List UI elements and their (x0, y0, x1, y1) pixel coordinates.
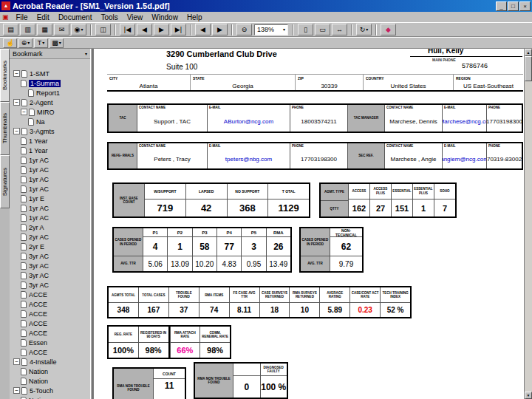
menu-tools[interactable]: Tools (96, 13, 122, 21)
bookmark-item[interactable]: ACCE (11, 290, 90, 299)
bookmark-item[interactable]: Nation (11, 376, 90, 386)
bookmark-item[interactable]: Nation (11, 395, 90, 399)
bookmark-item[interactable]: 1 Year (11, 146, 90, 155)
bookmark-item[interactable]: 3yr AC (11, 280, 90, 290)
fit-in-window-button[interactable]: ▭ (315, 24, 330, 35)
panel-menu-icon[interactable]: ▾ (85, 52, 87, 56)
close-button[interactable]: × (519, 1, 531, 11)
bookmark-label: 1yr AC (29, 157, 49, 164)
bookmark-item[interactable]: 2yr E (11, 242, 90, 251)
bookmark-item[interactable]: −1-SMT (11, 69, 90, 78)
bookmark-item[interactable]: ACCE (11, 347, 90, 357)
actual-size-button[interactable]: ▯ (298, 24, 313, 35)
zoom-out-button[interactable]: ⊖ (236, 24, 252, 35)
menu-document[interactable]: Document (54, 13, 97, 21)
bookmark-item[interactable]: 3yr AC (11, 261, 90, 270)
open-file-button[interactable]: ▤ (3, 24, 18, 35)
zoom-in-tool[interactable]: ⊕▾ (18, 38, 33, 48)
next-page-button[interactable]: ▶ (154, 24, 169, 35)
rotate-view-button[interactable]: ↻▾ (356, 24, 372, 35)
bookmark-item[interactable]: 2yr A (11, 222, 90, 232)
tool-button-group: ☝⊕▾T▾▩▾ (2, 38, 64, 48)
bookmark-item[interactable]: 3yr AC (11, 251, 90, 261)
bookmark-label: 1yr AC (29, 176, 49, 183)
acrobat-online-button[interactable]: ◆ (381, 24, 396, 35)
menu-window[interactable]: Window (147, 13, 183, 21)
minimize-button[interactable]: _ (496, 1, 507, 11)
email-cell: e-mail angiem@ncg.com (442, 143, 486, 168)
last-page-button[interactable]: ▶| (171, 24, 186, 35)
menu-view[interactable]: View (123, 13, 148, 21)
bookmark-item[interactable]: Report1 (11, 88, 90, 98)
column-header: PHONE (487, 105, 522, 112)
bookmark-page-icon (21, 349, 27, 356)
bookmark-item[interactable]: −2-Agent (11, 98, 90, 107)
collapse-icon[interactable]: − (13, 70, 20, 77)
email-link[interactable]: ABurton@ncg.com (208, 112, 290, 132)
find-button[interactable]: ◉▾ (71, 24, 86, 35)
prev-page-button[interactable]: ◀ (137, 24, 152, 35)
go-back-button[interactable]: ◀ (195, 24, 211, 35)
collapse-icon[interactable]: − (13, 99, 20, 106)
tab-bookmarks[interactable]: Bookmarks (0, 49, 10, 102)
document-area: 3290 Cumberland Club Drive Suite 100 Hul… (92, 49, 532, 399)
menu-file[interactable]: File (12, 13, 33, 21)
email-link[interactable]: DMarchese@ncg.com (443, 112, 486, 132)
bookmark-item[interactable]: −MIRO (11, 107, 90, 117)
bookmark-item[interactable]: 2yr AC (11, 232, 90, 242)
bookmark-item[interactable]: −3-Agmts (11, 126, 90, 136)
row-label: SEC REF. (347, 143, 384, 168)
bookmark-item[interactable]: 1yr AC (11, 203, 90, 213)
bookmark-item[interactable]: 1yr AC (11, 184, 90, 194)
menu-edit[interactable]: Edit (33, 13, 54, 21)
text-select-tool[interactable]: T▾ (34, 38, 48, 48)
scrollbar-thumb[interactable] (525, 56, 532, 81)
column-header: TOTAL CASES (139, 287, 168, 302)
column-header: W/SUPPORT (145, 184, 185, 199)
go-forward-button[interactable]: ▶ (212, 24, 228, 35)
graphics-select-tool[interactable]: ▩▾ (50, 38, 64, 48)
save-copy-button[interactable]: ▥ (20, 24, 35, 35)
email-button[interactable]: ✉ (54, 24, 69, 35)
scroll-down-icon[interactable]: ▼ (525, 392, 532, 399)
email-link[interactable]: angiem@ncg.com (443, 150, 486, 168)
scroll-up-icon[interactable]: ▲ (525, 49, 532, 56)
bookmark-item[interactable]: ACCE (11, 328, 90, 338)
tab-signatures[interactable]: Signatures (0, 155, 10, 208)
first-page-button[interactable]: |◀ (120, 24, 135, 35)
bookmark-item[interactable]: Na (11, 117, 90, 126)
bookmark-item[interactable]: ACCE (11, 299, 90, 309)
hand-tool[interactable]: ☝ (3, 38, 17, 48)
bookmark-item[interactable]: 1yr AC (11, 155, 90, 165)
agreement-type-columns: Access162Access PLUS27Essential151Essent… (349, 184, 455, 216)
collapse-icon[interactable]: − (13, 387, 20, 394)
bookmark-item[interactable]: 1yr AC (11, 165, 90, 174)
email-icon: ✉ (59, 27, 65, 33)
bookmark-item[interactable]: −4-Installe (11, 357, 90, 366)
collapse-icon[interactable]: − (13, 128, 20, 134)
bookmark-item[interactable]: −5-Touch (11, 386, 90, 395)
email-link[interactable]: tpeters@nbg.com (208, 150, 290, 168)
vertical-scrollbar[interactable]: ▲ ▼ (525, 49, 532, 399)
bookmark-item[interactable]: 1yr AC (11, 213, 90, 222)
bookmark-item[interactable]: 1-Summa (11, 78, 90, 88)
bookmark-item[interactable]: 1yr AC (11, 174, 90, 184)
bookmark-item[interactable]: 1yr E (11, 194, 90, 203)
bookmark-item[interactable]: 3yr AC (11, 270, 90, 280)
menu-help[interactable]: Help (183, 13, 207, 21)
bookmark-item[interactable]: ACCE (11, 318, 90, 328)
bookmark-item[interactable]: 1 Year (11, 136, 90, 146)
fit-width-button[interactable]: ↔ (332, 24, 347, 35)
table-column: CITYAtlanta (107, 75, 190, 90)
bookmark-item[interactable]: ACCE (11, 309, 90, 318)
cell-value: 1 (168, 236, 191, 256)
tab-thumbnails[interactable]: Thumbnails (0, 102, 10, 155)
collapse-icon[interactable]: − (21, 109, 27, 115)
print-button[interactable]: ▦ (37, 24, 52, 35)
bookmark-item[interactable]: Nation (11, 366, 90, 376)
maximize-button[interactable]: □ (508, 1, 519, 11)
show-hide-nav-button[interactable]: ◫ (95, 24, 111, 35)
collapse-icon[interactable]: − (13, 358, 20, 365)
bookmark-item[interactable]: Essen (11, 338, 90, 347)
zoom-level-select[interactable]: 138% ▾ (254, 24, 288, 35)
